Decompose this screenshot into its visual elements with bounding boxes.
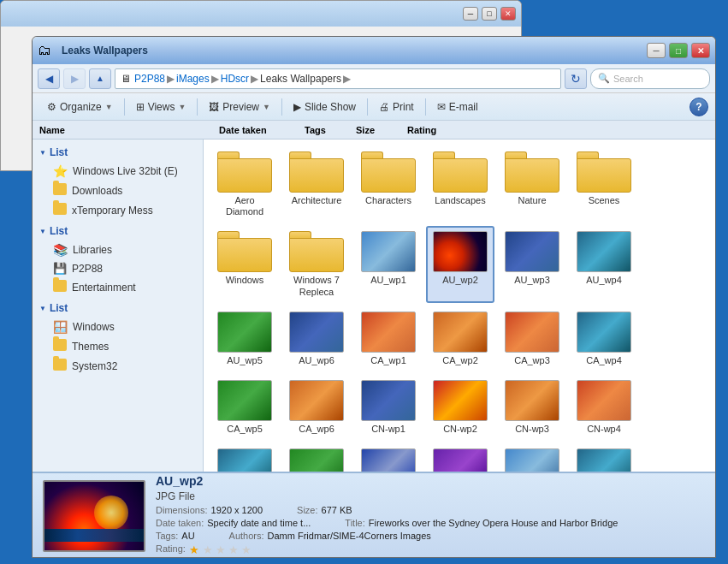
preview-size: Size: 677 KB bbox=[297, 505, 352, 515]
addressbar: ◀ ▶ ▲ 🖥 P2P88 ▶ iMages ▶ HDscr ▶ Leaks W… bbox=[33, 64, 715, 93]
breadcrumb-hdscr[interactable]: HDscr bbox=[221, 73, 249, 85]
slideshow-icon: ▶ bbox=[293, 101, 301, 113]
file-label-landscapes: Landscapes bbox=[435, 195, 485, 206]
organize-button[interactable]: ⚙ Organize ▼ bbox=[39, 96, 121, 118]
help-button[interactable]: ? bbox=[690, 98, 708, 116]
minimize-button[interactable]: ─ bbox=[647, 43, 666, 58]
file-item-extra-1[interactable] bbox=[498, 443, 566, 472]
preview-rating-stars[interactable]: ★ ★ ★ ★ ★ bbox=[189, 543, 252, 556]
organize-icon: ⚙ bbox=[47, 101, 56, 113]
bg-minimize-button[interactable]: ─ bbox=[463, 7, 478, 21]
bg-titlebar: ─ □ ✕ bbox=[1, 1, 521, 27]
preview-authors: Authors: Damm Fridmar/SIME-4Corners Imag… bbox=[229, 531, 431, 541]
file-label-au-wp4: AU_wp4 bbox=[586, 275, 622, 286]
sidebar-item-label-xtemp: xTemporary Mess bbox=[72, 205, 153, 217]
file-area[interactable]: AeroDiamond Architecture Cha bbox=[204, 140, 715, 472]
file-item-cn-wp2[interactable]: CN-wp2 bbox=[426, 375, 494, 440]
sidebar-item-libraries[interactable]: 📚 Libraries bbox=[33, 240, 203, 259]
preview-meta-row1: Dimensions: 1920 x 1200 Size: 677 KB bbox=[156, 505, 705, 515]
col-tags[interactable]: Tags bbox=[305, 125, 356, 135]
file-item-ca-wp6[interactable]: CA_wp6 bbox=[282, 375, 351, 440]
file-item-au-wp2[interactable]: AU_wp2 bbox=[426, 226, 494, 302]
file-item-architecture[interactable]: Architecture bbox=[282, 146, 351, 223]
col-name[interactable]: Name bbox=[33, 125, 219, 135]
file-label-nature: Nature bbox=[518, 195, 546, 206]
file-item-au-wp3[interactable]: AU_wp3 bbox=[498, 226, 566, 302]
star-empty-5: ★ bbox=[241, 543, 252, 556]
file-item-ca-wp3[interactable]: CA_wp3 bbox=[498, 306, 566, 371]
address-path[interactable]: 🖥 P2P88 ▶ iMages ▶ HDscr ▶ Leaks Wallpap… bbox=[115, 68, 561, 89]
file-item-extra-2[interactable] bbox=[570, 443, 638, 472]
maximize-button[interactable]: □ bbox=[669, 43, 688, 58]
sidebar-item-windows-live[interactable]: ⭐ Windows Live 32bit (E) bbox=[33, 162, 203, 181]
up-button[interactable]: ▲ bbox=[89, 68, 111, 89]
forward-button[interactable]: ▶ bbox=[63, 68, 86, 89]
file-item-ca-wp4[interactable]: CA_wp4 bbox=[570, 306, 638, 371]
preview-date-value: Specify date and time t... bbox=[207, 518, 311, 528]
sidebar-item-label-themes: Themes bbox=[72, 341, 109, 353]
print-button[interactable]: 🖨 Print bbox=[371, 96, 422, 118]
file-item-ca-wp5[interactable]: CA_wp5 bbox=[210, 375, 279, 440]
sidebar-group-2: ▼ List 📚 Libraries 💾 P2P88 Entertainment bbox=[33, 222, 203, 297]
file-item-gb-wp2[interactable]: GB_wp2 bbox=[426, 443, 494, 472]
sidebar-item-downloads[interactable]: Downloads bbox=[33, 181, 203, 200]
sidebar-group-label-1: List bbox=[50, 146, 68, 158]
preview-dimensions-value: 1920 x 1200 bbox=[211, 505, 263, 515]
col-rating[interactable]: Rating bbox=[407, 125, 476, 135]
sidebar: ▼ List ⭐ Windows Live 32bit (E) Download… bbox=[33, 140, 204, 472]
search-box[interactable]: 🔍 Search bbox=[590, 68, 710, 89]
slideshow-button[interactable]: ▶ Slide Show bbox=[286, 96, 364, 118]
close-button[interactable]: ✕ bbox=[691, 43, 710, 58]
file-label-aero: AeroDiamond bbox=[226, 195, 263, 217]
file-item-au-wp1[interactable]: AU_wp1 bbox=[354, 226, 423, 302]
sidebar-item-entertainment[interactable]: Entertainment bbox=[33, 277, 203, 297]
refresh-button[interactable]: ↻ bbox=[565, 68, 587, 89]
sidebar-group-header-2[interactable]: ▼ List bbox=[33, 222, 203, 240]
email-button[interactable]: ✉ E-mail bbox=[429, 96, 486, 118]
file-item-windows-folder[interactable]: Windows bbox=[210, 226, 279, 302]
windows-icon: 🪟 bbox=[53, 320, 68, 334]
file-item-scenes[interactable]: Scenes bbox=[570, 146, 638, 223]
toolbar-separator-4 bbox=[367, 98, 368, 116]
toolbar-separator-2 bbox=[197, 98, 198, 116]
col-date[interactable]: Date taken bbox=[219, 125, 305, 135]
col-size[interactable]: Size bbox=[356, 125, 407, 135]
bg-close-button[interactable]: ✕ bbox=[500, 7, 516, 21]
sidebar-group-header-1[interactable]: ▼ List bbox=[33, 143, 203, 162]
preview-title-label: Title: bbox=[345, 518, 364, 528]
file-item-landscapes[interactable]: Landscapes bbox=[426, 146, 494, 223]
file-item-characters[interactable]: Characters bbox=[354, 146, 423, 223]
file-item-cn-wp4[interactable]: CN-wp4 bbox=[570, 375, 638, 440]
file-item-au-wp5[interactable]: AU_wp5 bbox=[210, 306, 279, 371]
file-item-win7[interactable]: Windows 7Repleca bbox=[282, 226, 351, 302]
views-button[interactable]: ⊞ Views ▼ bbox=[128, 96, 194, 118]
file-item-cn-wp5[interactable]: CN-wp5 bbox=[210, 443, 279, 472]
file-thumb-ca-wp1 bbox=[361, 312, 416, 353]
file-item-cn-wp3[interactable]: CN-wp3 bbox=[498, 375, 566, 440]
preview-button[interactable]: 🖼 Preview ▼ bbox=[201, 96, 278, 118]
file-item-au-wp6[interactable]: AU_wp6 bbox=[282, 306, 351, 371]
file-item-ca-wp2[interactable]: CA_wp2 bbox=[426, 306, 494, 371]
bg-maximize-button[interactable]: □ bbox=[482, 7, 497, 21]
file-item-aero[interactable]: AeroDiamond bbox=[210, 146, 279, 223]
file-label-ca-wp1: CA_wp1 bbox=[370, 355, 406, 366]
file-item-cn-wp6[interactable]: CN-wp6 bbox=[282, 443, 351, 472]
file-item-nature[interactable]: Nature bbox=[498, 146, 566, 223]
file-thumb-gb-wp1 bbox=[361, 448, 416, 472]
back-button[interactable]: ◀ bbox=[38, 68, 60, 89]
file-thumb-au-wp2 bbox=[433, 231, 488, 272]
sidebar-item-windows[interactable]: 🪟 Windows bbox=[33, 318, 203, 336]
sidebar-group-header-3[interactable]: ▼ List bbox=[33, 299, 203, 318]
collapse-icon-2: ▼ bbox=[39, 228, 46, 235]
sidebar-item-themes[interactable]: Themes bbox=[33, 336, 203, 356]
sidebar-item-system32[interactable]: System32 bbox=[33, 356, 203, 376]
breadcrumb-p2p88[interactable]: P2P88 bbox=[134, 73, 165, 85]
sidebar-item-xtemp[interactable]: xTemporary Mess bbox=[33, 200, 203, 220]
file-item-ca-wp1[interactable]: CA_wp1 bbox=[354, 306, 423, 371]
sidebar-item-p2p88[interactable]: 💾 P2P88 bbox=[33, 259, 203, 277]
file-item-au-wp4[interactable]: AU_wp4 bbox=[570, 226, 638, 302]
breadcrumb-images[interactable]: iMages bbox=[176, 73, 210, 85]
file-item-gb-wp1[interactable]: GB_wp1 bbox=[354, 443, 423, 472]
collapse-icon-1: ▼ bbox=[39, 149, 46, 157]
file-item-cn-wp1[interactable]: CN-wp1 bbox=[354, 375, 423, 440]
